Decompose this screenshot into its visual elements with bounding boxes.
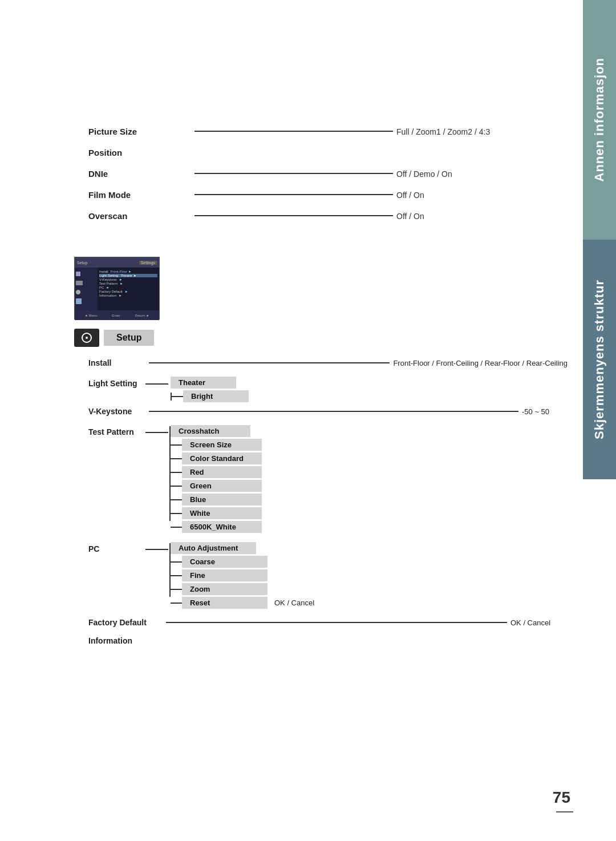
pc-zoom-row: Zoom [171,583,314,595]
test-colorstandard-row: Color Standard [171,452,262,464]
label-position: Position [88,147,191,157]
setup-icon-shape [82,333,92,343]
thumb-icon-4 [76,297,96,305]
label-vkeystone: V-Keystone [88,407,145,416]
box-white: White [182,507,262,519]
entry-picture-size: Picture Size Full / Zoom1 / Zoom2 / 4:3 [88,126,522,136]
thumb-menu-info: Information ► [99,294,157,297]
pc-fine-row: Fine [171,569,314,581]
label-install: Install [88,358,145,367]
box-coarse: Coarse [182,556,268,568]
value-film-mode: Off / On [396,189,522,200]
light-bright-row: Bright [171,390,249,402]
setup-label-text: Setup [116,333,141,342]
label-film-mode: Film Mode [88,189,191,200]
pc-auto-row: Auto Adjustment [171,542,314,554]
pc-hline [145,549,168,550]
thumb-title: Setup [77,261,87,265]
value-install: Front-Floor / Front-Ceiling / Rear-Floor… [393,359,568,367]
thumb-menu-factory: Factory Default ► [99,290,157,293]
light-setting-row: Light Setting Theater Bright [88,377,568,402]
test-blue-row: Blue [171,494,262,506]
box-bright: Bright [183,390,249,402]
test-6500k-row: 6500K_White [171,521,262,533]
box-zoom: Zoom [182,583,268,595]
setup-tree: Install Front-Floor / Front-Ceiling / Re… [88,358,568,654]
light-sub-branches: Theater Bright [171,377,249,402]
thumb-icon-2 [76,279,96,287]
thumb-menu-vkey: V-Keystone ► [99,278,157,281]
entry-film-mode: Film Mode Off / On [88,189,522,200]
box-fine: Fine [182,569,268,581]
thumb-tab: Settings [139,261,157,265]
thumb-menu: Install Front-Floor ► Light Setting Thea… [98,268,159,310]
thumb-menu-install: Install Front-Floor ► [99,270,157,273]
box-blue: Blue [182,494,262,506]
screen-thumbnail: Setup Settings Install [74,257,160,320]
right-sidebar: Annen informasjon Skjermmenyens struktur [583,0,616,841]
value-vkeystone: -50 ~ 50 [522,407,568,416]
thumb-btn-enter: Enter [112,314,120,317]
thumb-body: Install Front-Floor ► Light Setting Thea… [75,268,159,310]
sidebar-section-annen: Annen informasjon [583,0,616,240]
value-reset: OK / Cancel [274,599,314,607]
thumb-menu-light: Light Setting Theater ► [99,274,157,277]
label-light-setting: Light Setting [88,377,145,388]
value-overscan: Off / On [396,211,522,221]
thumb-btn-menu: ◄ Menu [84,314,98,317]
factory-row: Factory Default OK / Cancel [88,618,568,627]
top-entries-section: Picture Size Full / Zoom1 / Zoom2 / 4:3 … [88,126,522,231]
sidebar-label-skjerm: Skjermmenyens struktur [592,280,607,439]
vkeystone-row: V-Keystone -50 ~ 50 [88,407,568,416]
information-row: Information [88,636,568,645]
thumb-btn-return: Return ► [135,314,149,317]
box-reset: Reset [182,597,268,609]
entry-dnie: DNIe Off / Demo / On [88,168,522,179]
label-information: Information [88,636,163,645]
page-number: 75 [553,789,570,807]
box-6500k: 6500K_White [182,521,262,533]
thumb-icons [75,268,98,310]
value-picture-size: Full / Zoom1 / Zoom2 / 4:3 [396,126,522,136]
thumb-bottom: ◄ Menu Enter Return ► [75,310,159,320]
test-white-row: White [171,507,262,519]
install-row: Install Front-Floor / Front-Ceiling / Re… [88,358,568,367]
pc-row: PC Auto Adjustment Coarse Fine [88,542,568,609]
label-picture-size: Picture Size [88,126,191,136]
test-sub-branches: Crosshatch Screen Size Color Standard Re… [171,425,262,533]
box-colorstandard: Color Standard [182,452,262,464]
thumb-icon-3 [76,288,96,296]
box-screensize: Screen Size [182,439,262,451]
test-pattern-row: Test Pattern Crosshatch Screen Size Colo… [88,425,568,533]
test-hline [145,432,168,433]
label-dnie: DNIe [88,168,191,179]
pc-coarse-row: Coarse [171,556,314,568]
label-factory: Factory Default [88,618,163,627]
light-hline [145,383,168,385]
value-dnie: Off / Demo / On [396,168,522,179]
test-screensize-row: Screen Size [171,439,262,451]
box-theater: Theater [171,377,236,389]
entry-overscan: Overscan Off / On [88,210,522,221]
sidebar-label-annen: Annen informasjon [592,58,607,181]
label-overscan: Overscan [88,210,191,221]
pc-reset-row: Reset OK / Cancel [171,597,314,609]
thumb-menu-test: Test Pattern ► [99,282,157,285]
thumb-top-bar: Setup Settings [75,257,159,268]
pc-sub-branches: Auto Adjustment Coarse Fine Zoom [171,542,314,609]
label-test-pattern: Test Pattern [88,425,145,436]
label-pc: PC [88,542,145,553]
setup-label-box: Setup [104,330,154,346]
box-green: Green [182,480,262,492]
value-factory: OK / Cancel [510,618,568,627]
thumb-icon-1 [76,270,96,278]
box-crosshatch: Crosshatch [171,425,250,437]
page: Annen informasjon Skjermmenyens struktur… [0,0,616,841]
box-red: Red [182,466,262,478]
test-crosshatch-row: Crosshatch [171,425,262,437]
test-red-row: Red [171,466,262,478]
test-green-row: Green [171,480,262,492]
entry-position: Position [88,147,522,157]
footer-line [556,811,573,812]
sidebar-section-skjerm: Skjermmenyens struktur [583,240,616,479]
